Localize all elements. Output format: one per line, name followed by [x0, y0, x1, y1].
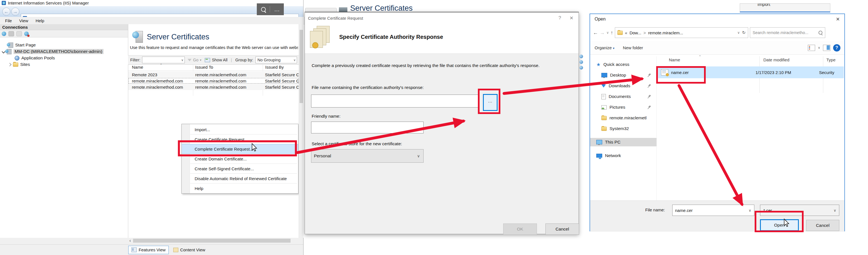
menu-item-help[interactable]: ? Help	[182, 183, 298, 193]
scroll-left-icon[interactable]: ‹	[129, 238, 131, 243]
go-dropdown-icon[interactable]: ▾	[200, 58, 202, 62]
file-name-label: File name:	[645, 207, 665, 212]
view-mode-icon[interactable]	[808, 45, 815, 51]
grouping-select[interactable]: No Grouping∨	[255, 57, 297, 63]
connect-server-icon[interactable]	[2, 31, 6, 36]
menu-file[interactable]: File	[5, 18, 12, 23]
forward-icon[interactable]: →	[600, 30, 605, 36]
address-crumb-2[interactable]: remote.miraclem...	[648, 30, 683, 35]
file-name-label: File name containing the certification a…	[312, 85, 424, 90]
view-mode-dropdown-icon[interactable]: ∨	[818, 46, 820, 50]
magnifier-icon[interactable]	[261, 7, 266, 12]
connections-header: Connections	[0, 24, 128, 30]
file-date: 1/17/2023 2:10 PM	[755, 70, 819, 75]
forward-icon[interactable]: →	[11, 8, 20, 16]
tree-item-server-label[interactable]: MM-DC (MIRACLEMETHOD\cbonner-admin)	[13, 49, 103, 54]
tree-item-sites[interactable]: Sites	[8, 61, 30, 67]
refresh-icon[interactable]: ↻	[742, 30, 746, 35]
search-icon	[818, 31, 823, 35]
file-name-input[interactable]: name.cer ∨	[672, 205, 754, 216]
sidebar-item-remote-folder[interactable]: remote.miraclemetl	[590, 114, 656, 122]
certificate-store-label: Select a certificate store for the new c…	[312, 141, 402, 146]
certificate-file-icon	[661, 69, 668, 76]
iis-menu-bar: File View Help	[0, 17, 308, 25]
sidebar-item-system32[interactable]: System32	[590, 124, 656, 133]
chevron-right-icon[interactable]	[8, 63, 11, 66]
column-header-type[interactable]: Type	[826, 57, 836, 62]
certificate-row-selected[interactable]: remote.miraclemethod.comremote.miracleme…	[128, 78, 299, 84]
menu-item-create-self-signed-certificate[interactable]: Create Self-Signed Certificate...	[182, 164, 298, 173]
search-box[interactable]: Search remote.miraclemetho...	[750, 27, 825, 38]
start-page-icon	[8, 42, 13, 48]
address-bar[interactable]: « Dow... > remote.miraclem... ∨ ↻	[615, 27, 748, 38]
menu-view[interactable]: View	[19, 18, 28, 23]
close-icon[interactable]: ✕	[836, 16, 840, 22]
address-dropdown-icon[interactable]: ∨	[737, 31, 740, 35]
vertical-scrollbar[interactable]	[299, 24, 304, 238]
cancel-button[interactable]: Cancel	[546, 224, 579, 235]
sidebar-item-downloads[interactable]: Downloads	[590, 82, 656, 90]
tab-content-view[interactable]: Content View	[170, 246, 208, 254]
disconnect-icon[interactable]	[24, 31, 29, 36]
help-icon[interactable]: ?	[559, 15, 561, 21]
menu-item-create-certificate-request[interactable]: Create Certificate Request...	[182, 135, 298, 144]
browse-button[interactable]: ...	[483, 94, 498, 111]
sidebar-item-desktop[interactable]: Desktop	[590, 71, 656, 79]
background-window-fragment: Server Certificates	[305, 0, 579, 12]
show-all-button[interactable]: Show All	[212, 58, 227, 62]
column-header-issued-to[interactable]: Issued To	[195, 65, 213, 71]
address-crumb-1[interactable]: Dow...	[629, 30, 641, 35]
tab-features-view[interactable]: Features View	[128, 246, 169, 254]
history-dropdown-icon[interactable]: ∨	[607, 31, 609, 35]
more-options-icon[interactable]: …	[274, 6, 280, 13]
menu-item-complete-certificate-request[interactable]: Complete Certificate Request...	[182, 144, 298, 154]
friendly-name-label: Friendly name:	[312, 114, 341, 119]
new-folder-button[interactable]: New folder	[623, 45, 643, 50]
chevron-down-icon[interactable]	[2, 50, 5, 54]
menu-item-create-domain-certificate[interactable]: Create Domain Certificate...	[182, 154, 298, 164]
up-icon[interactable]: ↑	[611, 30, 613, 36]
save-icon[interactable]	[8, 31, 14, 36]
certificate-store-select[interactable]: Personal ∨	[311, 149, 424, 163]
file-type-select[interactable]: *.cer ∨	[760, 205, 839, 216]
file-row-selected[interactable]: name.cer 1/17/2023 2:10 PM Security	[658, 66, 844, 78]
tree-item-application-pools[interactable]: Application Pools	[14, 55, 55, 61]
ok-button[interactable]: OK	[503, 224, 537, 235]
organize-button[interactable]: Organize ▾	[595, 45, 615, 50]
sidebar-item-network[interactable]: Network	[590, 151, 656, 160]
pin-icon	[648, 105, 651, 110]
menu-help[interactable]: Help	[35, 18, 44, 23]
pin-icon	[648, 73, 651, 77]
up-icon[interactable]	[16, 31, 22, 36]
open-cancel-button[interactable]: Cancel	[806, 220, 839, 231]
capture-toolbar[interactable]: …	[257, 3, 284, 15]
close-icon[interactable]: ✕	[569, 15, 574, 21]
sidebar-item-pictures[interactable]: Pictures	[590, 103, 656, 111]
certificate-row[interactable]: Remote 2023remote.miraclemethod.comStarf…	[128, 72, 299, 78]
horizontal-scrollbar[interactable]: ‹	[128, 238, 299, 244]
scrollbar-thumb[interactable]	[133, 239, 290, 243]
column-header-date-modified[interactable]: Date modified	[763, 57, 789, 62]
sidebar-item-quick-access[interactable]: ★ Quick access	[590, 60, 656, 69]
tree-item-start-page[interactable]: Start Page	[8, 42, 36, 48]
friendly-name-input[interactable]	[311, 121, 424, 134]
open-button[interactable]: Open	[760, 219, 799, 231]
menu-item-import[interactable]: Import...	[182, 125, 298, 134]
sidebar-item-documents[interactable]: Documents	[590, 92, 656, 101]
folder-icon	[601, 116, 607, 120]
column-header-name[interactable]: Name	[669, 57, 680, 62]
certificate-row[interactable]: remote.miraclemethod.comremote.miracleme…	[128, 84, 299, 90]
back-icon[interactable]: ←	[2, 8, 10, 16]
sidebar-item-this-pc[interactable]: This PC	[590, 138, 656, 146]
tree-item-server[interactable]: MM-DC (MIRACLEMETHOD\cbonner-admin)	[2, 49, 103, 55]
menu-item-disable-automatic-rebind[interactable]: Disable Automatic Rebind of Renewed Cert…	[182, 174, 298, 183]
help-icon[interactable]: ?	[833, 44, 840, 52]
go-button[interactable]: Go	[193, 58, 198, 62]
preview-pane-icon[interactable]	[823, 45, 830, 51]
back-icon[interactable]: ←	[593, 30, 598, 36]
screenshot-root: Internet Information Services (IIS) Mana…	[0, 0, 868, 255]
column-header-issued-by[interactable]: Issued By	[265, 65, 284, 71]
filter-input[interactable]: ∨	[142, 57, 185, 63]
response-file-input[interactable]	[311, 94, 478, 108]
column-header-name[interactable]: Name	[132, 65, 143, 71]
